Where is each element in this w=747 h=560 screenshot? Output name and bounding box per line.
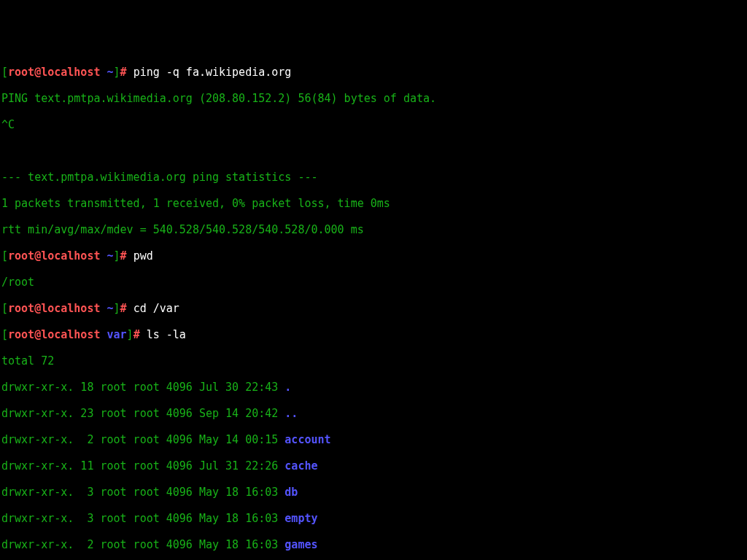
ls-row: drwxr-xr-x. 23 root root 4096 Sep 14 20:… <box>1 407 746 420</box>
prompt-line: [root@localhost ~]# cd /var <box>1 302 746 315</box>
ls-row: drwxr-xr-x. 3 root root 4096 May 18 16:0… <box>1 486 746 499</box>
ping-stats1: 1 packets transmitted, 1 received, 0% pa… <box>1 197 746 210</box>
cmd-cd: cd /var <box>133 302 179 315</box>
ping-output: PING text.pmtpa.wikimedia.org (208.80.15… <box>1 92 746 105</box>
ls-row: drwxr-xr-x. 2 root root 4096 May 18 16:0… <box>1 538 746 551</box>
ls-total: total 72 <box>1 354 746 368</box>
ls-row: drwxr-xr-x. 11 root root 4096 Jul 31 22:… <box>1 459 746 472</box>
ping-stats2: rtt min/avg/max/mdev = 540.528/540.528/5… <box>1 223 746 236</box>
ping-stats-hdr: --- text.pmtpa.wikimedia.org ping statis… <box>1 171 746 184</box>
cmd-pwd: pwd <box>133 249 153 262</box>
prompt-line: [root@localhost var]# ls -la <box>1 328 746 341</box>
ls-row: drwxr-xr-x. 3 root root 4096 May 18 16:0… <box>1 512 746 525</box>
terminal[interactable]: [root@localhost ~]# ping -q fa.wikipedia… <box>0 52 747 560</box>
ls-row: drwxr-xr-x. 2 root root 4096 May 14 00:1… <box>1 433 746 446</box>
ls-row: drwxr-xr-x. 18 root root 4096 Jul 30 22:… <box>1 381 746 394</box>
cmd-ls: ls -la <box>147 328 186 341</box>
cmd-ping: ping -q fa.wikipedia.org <box>133 66 292 79</box>
prompt-line: [root@localhost ~]# pwd <box>1 249 746 262</box>
pwd-output: /root <box>1 276 746 289</box>
ping-blank <box>1 144 746 158</box>
prompt-line: [root@localhost ~]# ping -q fa.wikipedia… <box>1 66 746 79</box>
ping-ctrlc: ^C <box>1 118 746 131</box>
